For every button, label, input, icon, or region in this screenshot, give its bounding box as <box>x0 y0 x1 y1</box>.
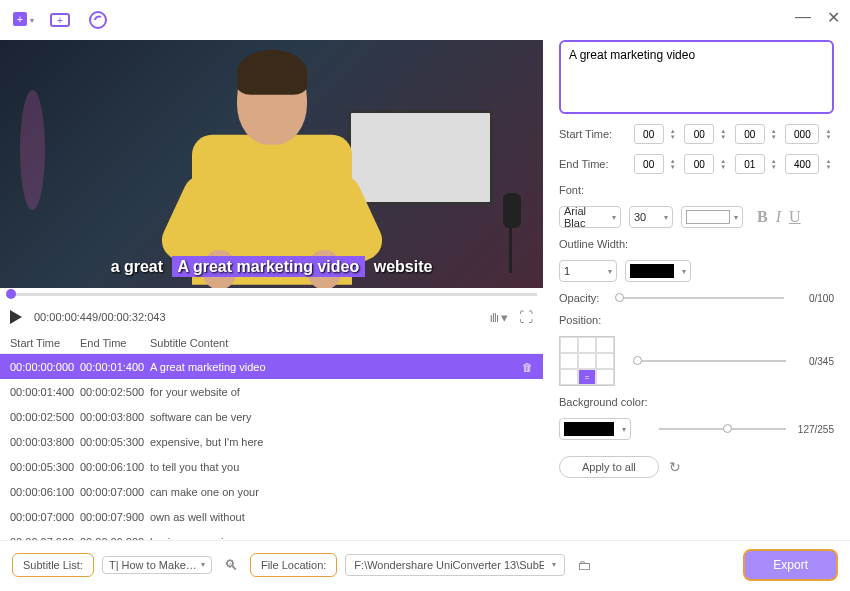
bg-color-label: Background color: <box>559 396 834 408</box>
search-icon[interactable]: 🔍︎ <box>220 555 242 575</box>
table-row[interactable]: 00:00:03:80000:00:05:300expensive, but I… <box>0 429 543 454</box>
outline-width-select[interactable]: 1▾ <box>559 260 617 282</box>
file-path-select[interactable]: F:\Wondershare UniConverter 13\SubEdi▾ <box>345 554 565 576</box>
time-display: 00:00:00:449/00:00:32:043 <box>34 311 166 323</box>
position-value: 0/345 <box>794 356 834 367</box>
subtitle-file-select[interactable]: T| How to Make a S...▾ <box>102 556 212 574</box>
subtitle-table[interactable]: 00:00:00:00000:00:01:400A great marketin… <box>0 354 543 540</box>
outline-label: Outline Width: <box>559 238 834 250</box>
fullscreen-icon[interactable]: ⛶ <box>519 309 533 325</box>
subtitle-text-input[interactable] <box>559 40 834 114</box>
burned-caption: a great A great marketing video website <box>0 258 543 276</box>
font-family-select[interactable]: Arial Blac▾ <box>559 206 621 228</box>
waveform-icon[interactable]: ıllı ▾ <box>489 310 507 325</box>
start-mm[interactable] <box>684 124 714 144</box>
italic-button[interactable]: I <box>776 208 781 226</box>
table-row[interactable]: 00:00:00:00000:00:01:400A great marketin… <box>0 354 543 379</box>
table-row[interactable]: 00:00:02:50000:00:03:800software can be … <box>0 404 543 429</box>
minimize-button[interactable]: — <box>795 8 811 27</box>
apply-to-all-button[interactable]: Apply to all <box>559 456 659 478</box>
end-mm[interactable] <box>684 154 714 174</box>
start-ms[interactable] <box>785 124 819 144</box>
end-ms[interactable] <box>785 154 819 174</box>
font-label: Font: <box>559 184 834 196</box>
opacity-value: 0/100 <box>794 293 834 304</box>
position-grid[interactable]: = <box>559 336 615 386</box>
font-color-select[interactable]: ▾ <box>681 206 743 228</box>
file-location-label: File Location: <box>250 553 337 577</box>
bold-button[interactable]: B <box>757 208 768 226</box>
position-label: Position: <box>559 314 834 326</box>
opacity-slider[interactable] <box>619 297 784 299</box>
end-hh[interactable] <box>634 154 664 174</box>
start-ss[interactable] <box>735 124 765 144</box>
close-button[interactable]: ✕ <box>827 8 840 27</box>
video-preview: a great A great marketing video website <box>0 40 543 288</box>
position-slider[interactable] <box>637 360 786 362</box>
svg-point-4 <box>90 12 106 28</box>
start-hh[interactable] <box>634 124 664 144</box>
table-row[interactable]: 00:00:06:10000:00:07:000can make one on … <box>0 479 543 504</box>
font-size-select[interactable]: 30▾ <box>629 206 673 228</box>
timeline-slider[interactable] <box>0 288 543 302</box>
folder-icon[interactable]: 🗀 <box>573 555 595 575</box>
bg-opacity-slider[interactable] <box>659 428 786 430</box>
bg-color-select[interactable]: ▾ <box>559 418 631 440</box>
svg-text:+: + <box>17 14 23 25</box>
table-row[interactable]: 00:00:01:40000:00:02:500for your website… <box>0 379 543 404</box>
reset-icon[interactable]: ↻ <box>669 459 681 475</box>
end-time-label: End Time: <box>559 158 628 170</box>
export-button[interactable]: Export <box>743 549 838 581</box>
svg-text:+: + <box>57 15 63 26</box>
table-row[interactable]: 00:00:07:00000:00:07:900own as well with… <box>0 504 543 529</box>
add-subtitle-box-button[interactable]: + <box>48 8 72 32</box>
opacity-label: Opacity: <box>559 292 609 304</box>
play-button[interactable] <box>10 310 22 324</box>
delete-row-icon[interactable]: 🗑 <box>522 361 533 373</box>
subtitle-list-label: Subtitle List: <box>12 553 94 577</box>
subtitle-table-header: Start Time End Time Subtitle Content <box>0 332 543 354</box>
start-time-label: Start Time: <box>559 128 628 140</box>
add-file-button[interactable]: +▾ <box>10 8 34 32</box>
underline-button[interactable]: U <box>789 208 801 226</box>
table-row[interactable]: 00:00:07:90000:00:09:200having expensive… <box>0 529 543 540</box>
outline-color-select[interactable]: ▾ <box>625 260 691 282</box>
end-ss[interactable] <box>735 154 765 174</box>
bg-opacity-value: 127/255 <box>794 424 834 435</box>
sync-button[interactable] <box>86 8 110 32</box>
table-row[interactable]: 00:00:05:30000:00:06:100to tell you that… <box>0 454 543 479</box>
